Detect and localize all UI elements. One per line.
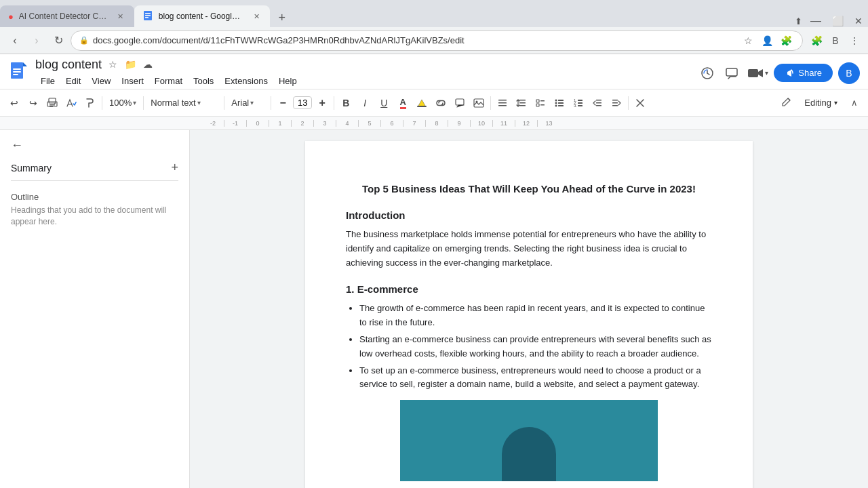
browser-menu-icon[interactable]: ⋮ bbox=[846, 33, 863, 49]
list-item: The growth of e-commerce has been rapid … bbox=[359, 302, 712, 330]
sidebar-back-button[interactable]: ← bbox=[11, 138, 178, 152]
svg-rect-18 bbox=[417, 106, 427, 107]
address-bar-icons: ☆ 👤 🧩 bbox=[740, 33, 794, 49]
font-size-input[interactable] bbox=[293, 96, 312, 109]
menu-help[interactable]: Help bbox=[273, 73, 302, 89]
font-decrease-button[interactable]: − bbox=[274, 94, 292, 112]
font-dropdown[interactable]: Arial ▾ bbox=[227, 96, 268, 109]
checklist-button[interactable] bbox=[532, 94, 549, 112]
menu-insert[interactable]: Insert bbox=[116, 73, 149, 89]
ecommerce-list: The growth of e-commerce has been rapid … bbox=[346, 302, 712, 392]
svg-rect-46 bbox=[596, 105, 601, 106]
bookmark-icon[interactable]: ☆ bbox=[740, 33, 756, 49]
maximize-button[interactable]: ⬜ bbox=[827, 16, 849, 26]
svg-rect-45 bbox=[596, 102, 601, 104]
ecommerce-heading: 1. E-commerce bbox=[346, 283, 712, 295]
tab-ai-detector[interactable]: ● AI Content Detector Checks GPT ✕ bbox=[0, 5, 134, 27]
address-bar[interactable]: 🔒 docs.google.com/document/d/11cFhTWWRcW… bbox=[71, 30, 803, 51]
ruler-content: -2 -1 0 1 2 3 4 5 6 7 8 9 10 11 12 13 bbox=[5, 117, 863, 129]
new-tab-button[interactable]: + bbox=[273, 8, 292, 27]
profile-icon[interactable]: 👤 bbox=[759, 33, 775, 49]
text-style-dropdown[interactable]: Normal text ▾ bbox=[146, 96, 221, 109]
image-shape bbox=[502, 427, 556, 481]
sidebar: ← Summary + Outline Headings that you ad… bbox=[0, 130, 190, 488]
document-title: Top 5 Business Ideas That Will Keep You … bbox=[346, 182, 712, 196]
align-button[interactable] bbox=[494, 94, 511, 112]
svg-rect-11 bbox=[748, 69, 758, 77]
summary-divider bbox=[11, 180, 178, 181]
cloud-icon[interactable]: ☁ bbox=[141, 58, 155, 71]
text-color-button[interactable]: A bbox=[394, 94, 412, 112]
menu-format[interactable]: Format bbox=[149, 73, 188, 89]
svg-rect-36 bbox=[558, 102, 564, 104]
pencil-icon bbox=[778, 94, 795, 112]
expand-icon: ⬆ bbox=[792, 16, 805, 26]
numbered-list-button[interactable]: 1.2.3. bbox=[570, 94, 587, 112]
svg-rect-44 bbox=[596, 100, 601, 101]
svg-rect-35 bbox=[558, 100, 564, 101]
doc-title-text[interactable]: blog content bbox=[35, 58, 102, 72]
extension-icon[interactable]: 🧩 bbox=[778, 33, 794, 49]
highlight-color-button[interactable] bbox=[413, 94, 431, 112]
tab1-close[interactable]: ✕ bbox=[115, 11, 126, 22]
svg-rect-23 bbox=[498, 102, 507, 104]
menu-tools[interactable]: Tools bbox=[188, 73, 219, 89]
underline-button[interactable]: U bbox=[375, 94, 393, 112]
editing-dropdown[interactable]: Editing ▾ bbox=[798, 94, 844, 111]
profile-avatar[interactable]: B bbox=[827, 33, 844, 49]
close-button[interactable]: ✕ bbox=[849, 16, 868, 26]
collapse-toolbar-button[interactable]: ∧ bbox=[846, 95, 863, 111]
bold-button[interactable]: B bbox=[337, 94, 355, 112]
bullets-button[interactable] bbox=[551, 94, 568, 112]
indent-more-button[interactable] bbox=[608, 94, 625, 112]
summary-section: Summary + bbox=[11, 161, 178, 181]
clear-format-button[interactable] bbox=[631, 94, 649, 112]
insert-image-button[interactable] bbox=[470, 94, 488, 112]
font-increase-button[interactable]: + bbox=[313, 94, 331, 112]
indent-less-button[interactable] bbox=[589, 94, 606, 112]
meet-button[interactable]: ▾ bbox=[747, 64, 768, 83]
separator5 bbox=[334, 96, 334, 110]
history-button[interactable] bbox=[698, 64, 717, 83]
minimize-button[interactable]: — bbox=[805, 15, 827, 27]
extensions-icon[interactable]: 🧩 bbox=[808, 33, 825, 49]
browser-chrome: ● AI Content Detector Checks GPT ✕ blog … bbox=[0, 0, 868, 54]
intro-body: The business marketplace holds immense p… bbox=[346, 228, 712, 270]
zoom-dropdown[interactable]: 100% ▾ bbox=[105, 96, 140, 109]
menu-file[interactable]: File bbox=[35, 73, 60, 89]
lock-icon: 🔒 bbox=[79, 36, 89, 45]
editing-arrow: ▾ bbox=[834, 99, 837, 106]
menu-extensions[interactable]: Extensions bbox=[219, 73, 273, 89]
tab-google-docs[interactable]: blog content - Google Docs ✕ bbox=[134, 5, 270, 27]
share-button[interactable]: Share bbox=[774, 64, 833, 82]
comments-button[interactable] bbox=[722, 64, 741, 83]
reload-button[interactable]: ↻ bbox=[49, 31, 68, 50]
redo-button[interactable]: ↪ bbox=[24, 94, 42, 112]
svg-rect-31 bbox=[540, 104, 545, 106]
svg-point-34 bbox=[555, 104, 557, 106]
undo-button[interactable]: ↩ bbox=[5, 94, 23, 112]
user-avatar[interactable]: B bbox=[838, 62, 860, 84]
tab2-close[interactable]: ✕ bbox=[252, 11, 262, 22]
spellcheck-button[interactable] bbox=[62, 94, 80, 112]
tab1-label: AI Content Detector Checks GPT bbox=[19, 12, 107, 21]
paint-format-button[interactable] bbox=[81, 94, 99, 112]
svg-rect-20 bbox=[474, 99, 484, 107]
summary-add-button[interactable]: + bbox=[171, 161, 178, 175]
forward-nav-button[interactable]: › bbox=[27, 31, 46, 50]
svg-rect-43 bbox=[578, 105, 583, 106]
separator3 bbox=[224, 96, 224, 110]
menu-edit[interactable]: Edit bbox=[60, 73, 86, 89]
star-icon[interactable]: ☆ bbox=[106, 58, 119, 71]
folder-icon[interactable]: 📁 bbox=[123, 58, 137, 71]
print-button[interactable] bbox=[43, 94, 61, 112]
link-button[interactable] bbox=[432, 94, 450, 112]
comment-button[interactable] bbox=[451, 94, 469, 112]
document-scroll-area[interactable]: Top 5 Business Ideas That Will Keep You … bbox=[190, 130, 868, 488]
italic-button[interactable]: I bbox=[356, 94, 374, 112]
svg-text:3.: 3. bbox=[574, 104, 577, 108]
outline-section: Outline Headings that you add to the doc… bbox=[11, 192, 178, 228]
menu-view[interactable]: View bbox=[86, 73, 116, 89]
back-nav-button[interactable]: ‹ bbox=[5, 31, 24, 50]
line-spacing-button[interactable] bbox=[513, 94, 530, 112]
